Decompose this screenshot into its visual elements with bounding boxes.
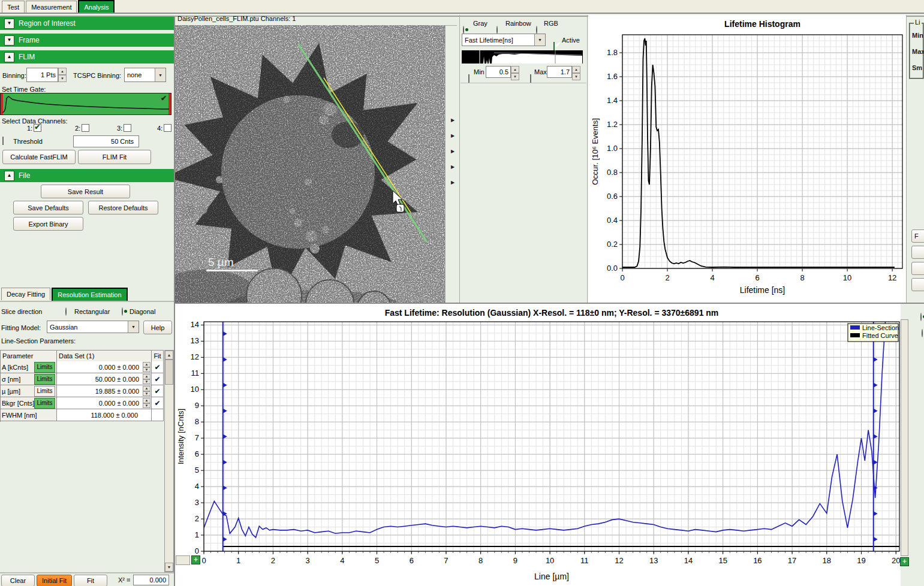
max-stepper[interactable]: ▲▼ (572, 66, 580, 78)
time-gate-widget[interactable]: ✔ (0, 93, 171, 115)
splitter-arrow-icon[interactable]: ▶ (451, 180, 455, 185)
time-gate-left-handle[interactable] (1, 93, 3, 114)
scrollbar-thumb[interactable] (165, 360, 173, 385)
right-strip-button-3[interactable] (911, 262, 924, 275)
restore-defaults-button[interactable]: Restore Defaults (88, 201, 158, 215)
limits-button[interactable]: Limits (34, 374, 55, 385)
param-fit-cell[interactable]: ✔ (152, 373, 164, 385)
spin-up-icon[interactable]: ▲ (143, 362, 151, 367)
limits-button[interactable]: Limits (34, 386, 55, 397)
max-field[interactable]: 1.7 (547, 66, 572, 78)
min-stepper[interactable]: ▲▼ (511, 66, 519, 78)
scroll-up-icon[interactable]: ▲ (165, 351, 173, 360)
limits-button[interactable]: Limits (34, 398, 55, 409)
param-fit-cell[interactable]: ✔ (152, 361, 164, 373)
spin-down-icon[interactable]: ▼ (143, 391, 151, 397)
tcspc-binning-select[interactable]: none ▼ (124, 68, 166, 82)
spin-up-icon[interactable]: ▲ (511, 66, 519, 73)
param-value-cell[interactable]: 118.000 ± 0.000 (57, 409, 152, 421)
panel-splitter[interactable]: ▶ ▶ ▶ ▶ ▶ (451, 117, 455, 185)
channel-3-checkbox[interactable] (124, 124, 131, 132)
save-result-button[interactable]: Save Result (41, 185, 130, 198)
right-strip-button-4[interactable] (911, 278, 924, 291)
rgb-radio[interactable] (536, 26, 537, 34)
time-gate-right-handle[interactable] (168, 93, 171, 114)
param-fit-cell[interactable]: ✔ (152, 397, 164, 409)
threshold-field[interactable]: 50 Cnts (73, 135, 139, 147)
splitter-arrow-icon[interactable]: ▶ (451, 133, 455, 138)
zoom-handle-left[interactable]: + (191, 555, 200, 564)
section-region-of-interest[interactable]: ▼ Region of Interest (0, 17, 174, 30)
h-scroll-track[interactable] (176, 555, 190, 565)
dropdown-arrow-icon[interactable]: ▼ (534, 34, 545, 46)
channel-4-checkbox[interactable] (164, 124, 171, 132)
param-value-cell[interactable]: 19.885 ± 0.000▲▼ (57, 385, 152, 397)
param-value-cell[interactable]: 50.000 ± 0.000▲▼ (57, 373, 152, 385)
channel-2-checkbox[interactable] (82, 124, 89, 132)
gray-radio[interactable] (463, 26, 464, 34)
spin-down-icon[interactable]: ▼ (58, 75, 67, 82)
section-file[interactable]: ▲ File (0, 169, 174, 182)
param-stepper[interactable]: ▲▼ (143, 398, 151, 408)
splitter-arrow-icon[interactable]: ▶ (451, 164, 455, 170)
tab-decay-fitting[interactable]: Decay Fitting (1, 288, 50, 300)
spin-down-icon[interactable]: ▼ (143, 379, 151, 385)
section-frame[interactable]: ▼ Frame (0, 34, 174, 47)
active-checkbox[interactable] (553, 42, 555, 50)
export-binary-button[interactable]: Export Binary (13, 217, 83, 231)
param-stepper[interactable]: ▲▼ (143, 362, 151, 372)
max-checkbox[interactable] (530, 74, 531, 83)
param-fit-cell[interactable]: ✔ (152, 385, 164, 397)
limits-button[interactable]: Limits (34, 362, 55, 373)
expand-icon[interactable]: ▲ (4, 171, 14, 181)
spin-down-icon[interactable]: ▼ (143, 403, 151, 409)
min-checkbox[interactable] (468, 74, 469, 83)
collapse-icon[interactable]: ▼ (4, 19, 14, 29)
tab-test[interactable]: Test (2, 1, 25, 13)
dropdown-arrow-icon[interactable]: ▼ (128, 321, 139, 333)
slice-rectangular-radio[interactable] (65, 307, 67, 316)
parameter-scrollbar[interactable]: ▲ ▼ (164, 350, 174, 572)
threshold-checkbox[interactable] (2, 137, 4, 145)
flim-fit-button[interactable]: FLIM Fit (78, 150, 151, 164)
right-strip-button-1[interactable]: F (911, 229, 924, 243)
clear-button[interactable]: Clear (1, 575, 35, 586)
spin-up-icon[interactable]: ▲ (572, 66, 580, 73)
spin-up-icon[interactable]: ▲ (58, 68, 67, 75)
dropdown-arrow-icon[interactable]: ▼ (155, 68, 165, 81)
initial-fit-button[interactable]: Initial Fit (37, 575, 72, 586)
display-parameter-select[interactable]: Fast Lifetime[ns] ▼ (462, 34, 546, 46)
zoom-handle-right[interactable]: + (900, 557, 909, 566)
tab-resolution-estimation[interactable]: Resolution Estimation (52, 288, 127, 301)
spin-up-icon[interactable]: ▲ (143, 374, 151, 379)
calculate-fastflim-button[interactable]: Calculate FastFLIM (2, 150, 76, 164)
splitter-arrow-icon[interactable]: ▶ (451, 117, 455, 123)
collapse-icon[interactable]: ▼ (4, 35, 14, 46)
param-fit-cell[interactable] (152, 409, 164, 421)
expand-icon[interactable]: ▲ (4, 52, 14, 62)
v-scroll-track[interactable] (901, 319, 908, 556)
param-value-cell[interactable]: 0.000 ± 0.000▲▼ (57, 397, 152, 409)
spin-down-icon[interactable]: ▼ (143, 367, 151, 373)
channel-1-checkbox[interactable] (34, 124, 41, 132)
binning-stepper[interactable]: ▲ ▼ (58, 68, 67, 82)
param-stepper[interactable]: ▲▼ (143, 374, 151, 384)
tab-analysis[interactable]: Analysis (78, 0, 115, 13)
chi2-field[interactable]: 0.000 (133, 575, 169, 585)
help-button[interactable]: Help (143, 321, 172, 334)
slice-diagonal-radio[interactable] (122, 307, 123, 316)
min-field[interactable]: 0.5 (486, 66, 511, 78)
spin-down-icon[interactable]: ▼ (572, 73, 580, 80)
splitter-arrow-icon[interactable]: ▶ (451, 149, 455, 154)
rainbow-radio[interactable] (496, 26, 498, 34)
fit-button[interactable]: Fit (74, 575, 107, 586)
spin-up-icon[interactable]: ▲ (143, 398, 151, 403)
fitting-model-select[interactable]: Gaussian ▼ (47, 321, 139, 333)
param-stepper[interactable]: ▲▼ (143, 386, 151, 396)
spin-down-icon[interactable]: ▼ (511, 73, 519, 80)
save-defaults-button[interactable]: Save Defaults (13, 201, 83, 215)
section-flim[interactable]: ▲ FLIM (0, 50, 174, 64)
right-strip-button-2[interactable] (911, 246, 924, 259)
scroll-down-icon[interactable]: ▼ (165, 563, 173, 572)
tab-measurement[interactable]: Measurement (26, 1, 77, 13)
